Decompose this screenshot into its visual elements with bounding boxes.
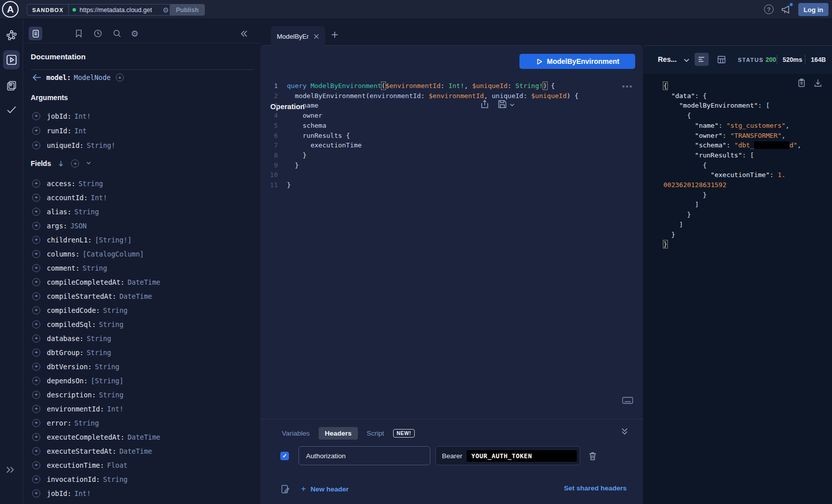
add-to-query-icon[interactable] [32,236,40,244]
field-type: JSON [70,222,87,230]
add-to-query-icon[interactable] [32,292,40,300]
add-to-query-icon[interactable] [32,377,40,385]
code-line: 6runResults { [260,131,638,141]
add-to-query-icon[interactable] [32,475,40,483]
secondary-divider [260,419,643,419]
tab-script[interactable]: Script [367,430,385,437]
tab-variables[interactable]: Variables [282,430,310,437]
add-to-query-icon[interactable] [32,141,40,149]
close-tab-icon[interactable] [314,34,319,39]
add-to-query-icon[interactable] [32,419,40,427]
set-shared-headers-link[interactable]: Set shared headers [564,484,627,492]
add-to-query-icon[interactable] [32,208,40,216]
new-tab-button[interactable] [330,30,339,39]
delete-header-icon[interactable] [588,451,597,461]
collections-rail-icon[interactable] [6,79,18,92]
checks-rail-icon[interactable] [6,104,18,116]
edit-raw-headers-icon[interactable] [280,484,290,494]
code-line: 9} [260,160,638,171]
new-header-button[interactable]: + New header [301,484,349,494]
connection-settings-gear-icon[interactable]: ⚙ [163,7,169,14]
run-operation-button[interactable]: ModelByEnvironment [519,54,635,69]
field-type: String [103,306,128,314]
code-token: { [663,82,667,90]
code-line: 7executionTime [260,140,638,150]
add-to-query-icon[interactable] [32,363,40,371]
header-enabled-checkbox[interactable] [280,452,289,460]
header-value-field[interactable]: Bearer YOUR_AUTH_TOKEN [435,446,580,465]
login-button[interactable]: Log in [798,3,828,16]
doc-field-type[interactable]: ModelNode [74,73,111,81]
add-to-query-icon[interactable] [32,489,40,497]
table-view-toggle-icon[interactable] [717,55,726,64]
field-type: Int! [91,194,107,202]
code-token: query [287,82,311,90]
response-header: Res... STATUS 200 520ms 164B [643,46,832,74]
add-to-query-icon[interactable] [32,349,40,357]
add-to-query-icon[interactable] [32,264,40,272]
header-key-input[interactable] [298,446,430,465]
new-header-label: New header [311,485,349,493]
response-title[interactable]: Res... [658,55,676,63]
doc-settings-gear-icon[interactable]: ⚙ [131,29,140,38]
add-to-query-icon[interactable] [32,433,40,441]
field-type: String [103,475,128,483]
add-to-query-icon[interactable] [32,306,40,314]
code-token: "dbt_ [734,141,754,149]
tab-headers[interactable]: Headers [319,427,357,440]
add-to-query-icon[interactable] [32,447,40,455]
add-to-query-icon[interactable] [32,278,40,286]
code-token: : [722,132,730,139]
search-icon[interactable] [112,29,122,38]
explorer-rail-icon[interactable] [6,54,18,66]
add-to-query-icon[interactable] [32,127,40,135]
sort-fields-icon[interactable] [57,160,64,167]
back-arrow-icon[interactable] [32,74,41,81]
add-all-fields-icon[interactable] [71,159,79,167]
documentation-tab-icon[interactable] [29,27,42,40]
field-name: jobId: [47,112,71,120]
field-name: compiledSql: [47,320,96,328]
add-to-query-icon[interactable] [32,320,40,328]
field-name: description: [47,391,96,399]
add-to-query-icon[interactable] [32,461,40,469]
add-to-query-icon[interactable] [32,391,40,399]
add-to-query-icon[interactable] [32,334,40,343]
publish-button[interactable]: Publish [170,4,205,16]
bookmark-icon[interactable] [74,29,84,38]
field-type: DateTime [127,433,160,441]
code-line: 3name [260,101,638,111]
field-name: alias: [47,208,71,216]
code-token: } [687,211,691,218]
code-token: "owner" [695,132,723,139]
endpoint-url-field[interactable]: https://metadata.cloud.get ⚙ [69,5,173,15]
apollo-logo-icon[interactable]: A [2,1,19,18]
response-json[interactable]: {"data": {"modelByEnvironment": [{"name"… [663,81,830,249]
add-field-icon[interactable] [116,73,124,81]
help-button[interactable]: ? [764,5,774,14]
field-type: DateTime [127,278,160,286]
add-to-query-icon[interactable] [32,222,40,230]
sandbox-label: SANDBOX [32,7,63,13]
raw-view-toggle-icon[interactable] [695,53,709,66]
field-type: String [87,334,111,343]
auth-token-value[interactable]: YOUR_AUTH_TOKEN [467,450,577,462]
line-number: 3 [260,101,287,111]
fields-options-chevron-icon[interactable] [86,160,93,167]
schema-graph-icon[interactable] [6,29,18,41]
collapse-panel-icon[interactable] [240,29,249,39]
expand-rail-icon[interactable] [5,464,17,476]
collapse-secondary-icon[interactable] [621,427,629,436]
history-icon[interactable] [93,29,103,38]
add-to-query-icon[interactable] [32,250,40,258]
status-label: STATUS [738,57,764,63]
response-dropdown-chevron-icon[interactable] [684,58,690,63]
add-to-query-icon[interactable] [32,112,40,120]
add-to-query-icon[interactable] [32,405,40,413]
operation-tab[interactable]: ModelByEnvi... [271,26,325,46]
keyboard-shortcuts-icon[interactable] [622,397,633,404]
endpoint-url-text[interactable]: https://metadata.cloud.get [80,7,159,14]
query-editor[interactable]: 1query ModelByEnvironment($environmentId… [260,81,638,190]
add-to-query-icon[interactable] [32,194,40,202]
add-to-query-icon[interactable] [32,180,40,188]
